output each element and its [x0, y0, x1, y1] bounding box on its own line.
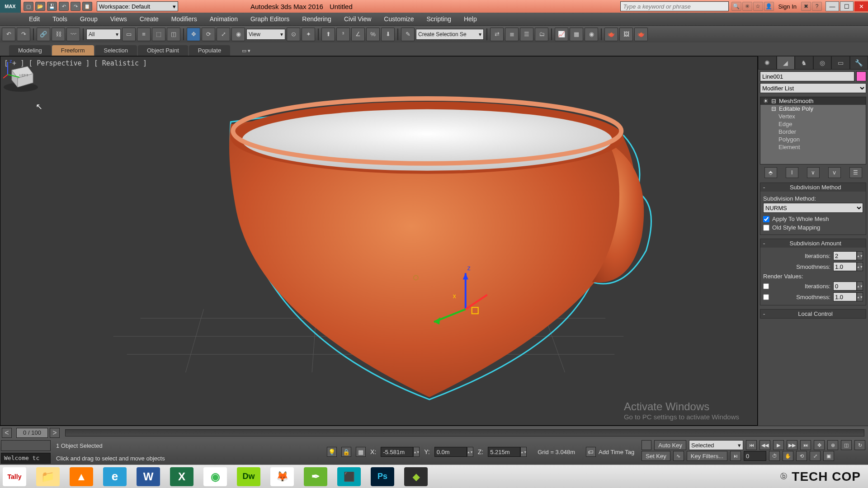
bluetooth-icon[interactable]: ⓑ: [780, 472, 787, 481]
select-region-icon[interactable]: ⬚: [152, 28, 165, 41]
stack-edge[interactable]: Edge: [760, 120, 866, 128]
menu-help[interactable]: Help: [458, 13, 483, 25]
object-color-swatch[interactable]: [856, 71, 866, 81]
schematic-icon[interactable]: ▦: [570, 28, 583, 41]
goto-end-icon[interactable]: ⏭: [800, 440, 811, 450]
edit-set-icon[interactable]: ⬇: [381, 28, 395, 41]
panel-tab-create[interactable]: ✺: [758, 56, 777, 70]
vp-nav-3-icon[interactable]: ◫: [841, 440, 852, 450]
user-icon[interactable]: 👤: [764, 2, 774, 11]
placement-icon[interactable]: ◉: [231, 28, 245, 41]
app-logo[interactable]: MAX: [0, 0, 21, 13]
prev-frame-icon[interactable]: ◀◀: [760, 440, 770, 450]
new-icon[interactable]: ▢: [24, 2, 33, 11]
tab-objectpaint[interactable]: Object Paint: [138, 45, 188, 56]
favorite-icon[interactable]: ☆: [753, 2, 763, 11]
sign-in-link[interactable]: Sign In: [775, 3, 800, 10]
autokey-button[interactable]: Auto Key: [654, 440, 686, 450]
lock-selection-icon[interactable]: 💡: [327, 447, 337, 457]
apply-whole-mesh-checkbox[interactable]: [763, 216, 769, 222]
panel-tab-motion[interactable]: ◎: [813, 56, 832, 70]
panel-tab-utilities[interactable]: 🔧: [850, 56, 868, 70]
spinner-icon[interactable]: ▲▼: [857, 282, 863, 291]
timeline-next-icon[interactable]: >: [50, 428, 60, 438]
time-config-icon[interactable]: ⏱: [769, 451, 780, 461]
taskbar-app-word[interactable]: W: [137, 467, 160, 486]
panel-tab-display[interactable]: ▭: [831, 56, 850, 70]
undo-icon[interactable]: ↶: [59, 2, 69, 11]
search-input[interactable]: Type a keyword or phrase: [620, 1, 729, 11]
key-filters-icon[interactable]: ∿: [673, 451, 684, 461]
iterations-field[interactable]: [833, 251, 857, 260]
render-smoothness-field[interactable]: [833, 292, 857, 301]
timeline-prev-icon[interactable]: <: [2, 428, 12, 438]
link-icon[interactable]: 🔗: [37, 28, 50, 41]
menu-create[interactable]: Create: [133, 13, 165, 25]
maximize-button[interactable]: ☐: [840, 1, 854, 11]
show-end-result-icon[interactable]: Ⅰ: [786, 167, 798, 178]
taskbar-app-dreamweaver[interactable]: Dw: [237, 467, 260, 486]
selection-filter[interactable]: All▾: [86, 29, 121, 40]
taskbar-app-firefox[interactable]: 🦊: [270, 467, 294, 486]
spinner-icon[interactable]: ▲▼: [857, 292, 863, 301]
panel-tab-hierarchy[interactable]: ♞: [795, 56, 813, 70]
spinner-icon[interactable]: ▲▼: [857, 262, 863, 271]
key-mode-icon[interactable]: [642, 440, 651, 450]
spinner-icon[interactable]: ▲▼: [857, 251, 863, 260]
exchange-icon[interactable]: ✖: [801, 2, 811, 11]
render-iter-checkbox[interactable]: [763, 283, 769, 289]
key-target-combo[interactable]: Selected▾: [689, 440, 743, 450]
material-editor-icon[interactable]: ◉: [585, 28, 598, 41]
frame-indicator[interactable]: 0 / 100: [16, 428, 48, 438]
redo-icon[interactable]: ↷: [71, 2, 80, 11]
make-unique-icon[interactable]: ∨: [807, 167, 820, 178]
time-slider[interactable]: < 0 / 100 >: [0, 426, 868, 439]
undo-button[interactable]: ↶: [2, 28, 15, 41]
setkey-button[interactable]: Set Key: [642, 451, 670, 461]
render-icon[interactable]: 🫖: [634, 28, 648, 41]
select-object-icon[interactable]: ▭: [122, 28, 136, 41]
menu-group[interactable]: Group: [74, 13, 104, 25]
play-icon[interactable]: ▶: [773, 440, 784, 450]
taskbar-app-chrome[interactable]: ◉: [203, 467, 227, 486]
vp-nav-7-icon[interactable]: ⤢: [810, 451, 821, 461]
taskbar-app-explorer[interactable]: 📁: [36, 467, 60, 486]
project-icon[interactable]: 📋: [82, 2, 92, 11]
ribbon-menu-icon[interactable]: ▭ ▾: [236, 46, 257, 56]
perspective-viewport[interactable]: [ + ] [ Perspective ] [ Realistic ] ↖: [0, 56, 758, 426]
named-sets-icon[interactable]: ✎: [401, 28, 415, 41]
mirror-icon[interactable]: ⇄: [490, 28, 504, 41]
taskbar-app-ie[interactable]: e: [103, 467, 127, 486]
menu-views[interactable]: Views: [104, 13, 133, 25]
help-icon[interactable]: ?: [812, 2, 822, 11]
layer-explorer-icon[interactable]: 🗂: [535, 28, 548, 41]
tab-freeform[interactable]: Freeform: [52, 45, 94, 56]
minimize-button[interactable]: —: [826, 1, 839, 11]
layers-icon[interactable]: ☰: [520, 28, 533, 41]
stack-element[interactable]: Element: [760, 143, 866, 151]
smoothness-field[interactable]: [833, 262, 857, 271]
render-iterations-field[interactable]: [833, 282, 857, 291]
z-coord-field[interactable]: [488, 447, 520, 457]
key-mode-toggle-icon[interactable]: ⏯: [730, 451, 741, 461]
vp-nav-8-icon[interactable]: ▣: [823, 451, 834, 461]
key-filters-button[interactable]: Key Filters...: [687, 451, 727, 461]
menu-rendering[interactable]: Rendering: [296, 13, 338, 25]
window-crossing-icon[interactable]: ◫: [167, 28, 180, 41]
spinner-icon[interactable]: ▲▼: [467, 447, 473, 457]
timeline-track[interactable]: [65, 429, 864, 436]
next-frame-icon[interactable]: ▶▶: [787, 440, 797, 450]
taskbar-app-vlc[interactable]: ▲: [70, 467, 93, 486]
curve-editor-icon[interactable]: 📈: [555, 28, 568, 41]
move-icon[interactable]: ✥: [187, 28, 200, 41]
vp-nav-5-icon[interactable]: ✋: [783, 451, 793, 461]
y-coord-field[interactable]: [434, 447, 467, 457]
pin-stack-icon[interactable]: ⬘: [764, 167, 777, 178]
percent-snap-icon[interactable]: ∠: [351, 28, 365, 41]
taskbar-app-photoshop[interactable]: Ps: [371, 467, 394, 486]
vp-nav-2-icon[interactable]: ⊕: [827, 440, 838, 450]
tab-modeling[interactable]: Modeling: [9, 45, 51, 56]
spinner-icon[interactable]: ▲▼: [413, 447, 420, 457]
goto-start-icon[interactable]: ⏮: [746, 440, 757, 450]
open-icon[interactable]: 📂: [35, 2, 45, 11]
